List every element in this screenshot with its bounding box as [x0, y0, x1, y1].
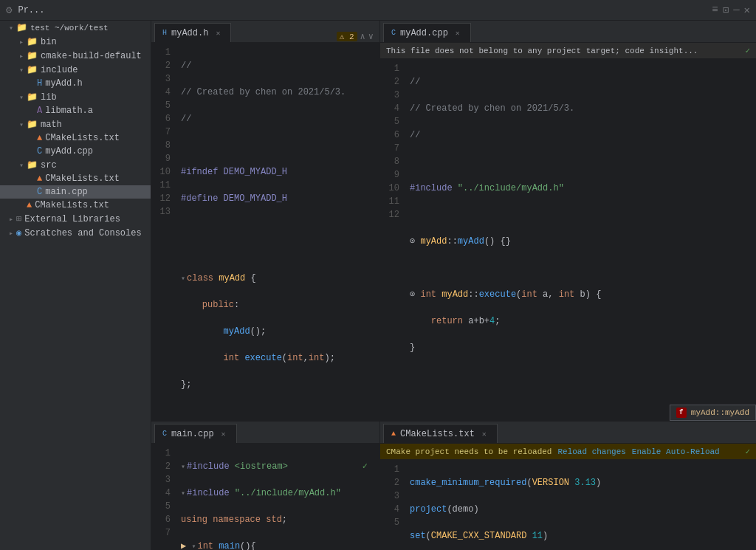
sidebar-item-myAdd-h[interactable]: H myAdd.h	[0, 77, 151, 90]
tab-file-icon-cpp: C	[391, 29, 396, 37]
chevron-down-icon: ▾	[16, 120, 27, 129]
tab-myAdd-cpp[interactable]: C myAdd.cpp ✕	[383, 23, 471, 42]
h-file-icon: H	[37, 78, 42, 89]
editor-pane-main-cpp: C main.cpp ✕ 123 4567 ▾#include <iostrea…	[151, 422, 380, 550]
notification-check: ✓	[745, 46, 750, 55]
code-lines-cmake: cmake_minimum_required(VERSION 3.13) pro…	[404, 460, 756, 550]
sidebar-item-cmake-build[interactable]: ▸ 📁 cmake-build-default	[0, 49, 151, 63]
sidebar-item-include[interactable]: ▾ 📁 include	[0, 63, 151, 77]
folder-icon: 📁	[16, 22, 27, 33]
sidebar-label-include: include	[41, 65, 78, 75]
sidebar-item-main-cpp[interactable]: C main.cpp	[0, 185, 151, 199]
notification-bar: This file does not belong to any project…	[380, 43, 756, 59]
tooltip-text: myAdd::myAdd	[691, 408, 749, 417]
folder-icon: 📁	[27, 159, 38, 171]
sidebar-label-main-cpp: main.cpp	[45, 187, 88, 197]
chevron-right-icon: ▸	[6, 229, 16, 238]
close-icon[interactable]: ✕	[744, 4, 750, 16]
code-area-myAdd-h[interactable]: 123 456 789 10111213 // // Created by ch…	[151, 43, 379, 421]
tab-cmake[interactable]: ▲ CMakeLists.txt ✕	[383, 424, 498, 443]
top-bar: ⚙ Pr... ≡ ⊡ — ✕	[0, 0, 756, 21]
app-title: Pr...	[18, 5, 44, 16]
chevron-down-icon: ▾	[16, 66, 27, 75]
sidebar-item-bin[interactable]: ▸ 📁 bin	[0, 35, 151, 49]
layout-icon[interactable]: ⊡	[723, 4, 729, 16]
editor-pane-myAdd-cpp: C myAdd.cpp ✕ This file does not belong …	[380, 21, 756, 421]
chevron-right-icon: ▸	[16, 52, 27, 61]
line-numbers-cmake: 123 45	[380, 460, 404, 550]
sidebar-label-myAdd-h: myAdd.h	[45, 78, 82, 89]
code-area-main[interactable]: 123 4567 ▾#include <iostream>✓ ▾#include…	[151, 444, 379, 550]
cmake-notification: CMake project needs to be reloaded Reloa…	[380, 444, 756, 460]
cmake-file-icon: ▲	[37, 133, 42, 143]
code-lines-myAdd-cpp: // // Created by chen on 2021/5/3. // #i…	[404, 59, 756, 421]
lib-file-icon: A	[37, 106, 42, 116]
sidebar-label-myAdd-cpp: myAdd.cpp	[45, 146, 93, 157]
main-layout: ▾ 📁 test ~/work/test ▸ 📁 bin ▸ 📁 cmake-b…	[0, 21, 756, 550]
line-numbers-cpp: 123 456 789 101112	[380, 59, 404, 421]
reload-changes-button[interactable]: Reload changes	[557, 447, 625, 456]
tab-label-main: main.cpp	[171, 429, 214, 439]
window-controls: ≡ ⊡ — ✕	[712, 4, 750, 16]
sidebar-item-math[interactable]: ▾ 📁 math	[0, 117, 151, 131]
folder-icon: 📁	[27, 119, 38, 130]
sidebar-item-root-cmake[interactable]: ▲ CMakeLists.txt	[0, 199, 151, 212]
scratch-icon: ◉	[16, 227, 21, 238]
chevron-right-icon: ▸	[6, 215, 16, 224]
close-tab-button-cpp[interactable]: ✕	[453, 28, 463, 38]
tab-bar-top-left: H myAdd.h ✕ ⚠ 2 ∧ ∨	[151, 21, 379, 43]
sidebar-item-src-cmake[interactable]: ▲ CMakeLists.txt	[0, 172, 151, 185]
sidebar-item-external[interactable]: ▸ ⊞ External Libraries	[0, 212, 151, 226]
minimize-icon[interactable]: —	[733, 4, 739, 16]
sidebar-item-lib[interactable]: ▾ 📁 lib	[0, 90, 151, 104]
sidebar-label-math: math	[41, 120, 62, 130]
sidebar-label-bin: bin	[41, 37, 57, 47]
cmake-check: ✓	[745, 447, 750, 456]
folder-icon: 📁	[27, 50, 38, 61]
nav-up-icon[interactable]: ∧	[360, 31, 365, 42]
tab-bar-cmake: ▲ CMakeLists.txt ✕	[380, 422, 756, 444]
cmake-file-icon: ▲	[27, 200, 32, 210]
nav-down-icon[interactable]: ∨	[368, 31, 374, 42]
sidebar-label-libmath: libmath.a	[45, 106, 93, 116]
sidebar-label-lib: lib	[41, 92, 57, 103]
close-tab-button[interactable]: ✕	[213, 28, 223, 38]
folder-icon: 📁	[27, 92, 38, 103]
tab-label: myAdd.h	[171, 28, 208, 38]
function-tooltip: f myAdd::myAdd	[670, 405, 756, 421]
warning-count: ⚠ 2	[337, 32, 357, 41]
code-area-cmake[interactable]: 123 45 cmake_minimum_required(VERSION 3.…	[380, 460, 756, 550]
close-tab-cmake[interactable]: ✕	[479, 429, 489, 439]
cpp-file-icon: C	[37, 187, 42, 197]
code-lines-main: ▾#include <iostream>✓ ▾#include "../incl…	[175, 444, 379, 550]
editor-pane-cmake: ▲ CMakeLists.txt ✕ CMake project needs t…	[380, 422, 756, 550]
editor-area: H myAdd.h ✕ ⚠ 2 ∧ ∨ 123 456	[151, 21, 756, 550]
sidebar-item-libmath[interactable]: A libmath.a	[0, 104, 151, 117]
sidebar-item-scratches[interactable]: ▸ ◉ Scratches and Consoles	[0, 226, 151, 240]
sidebar-item-myAdd-cpp[interactable]: C myAdd.cpp	[0, 145, 151, 158]
sidebar-label-scratches: Scratches and Consoles	[24, 228, 141, 238]
tab-myAdd-h[interactable]: H myAdd.h ✕	[154, 23, 231, 42]
sidebar-label-external: External Libraries	[24, 214, 120, 224]
editor-pane-myAdd-h: H myAdd.h ✕ ⚠ 2 ∧ ∨ 123 456	[151, 21, 380, 421]
code-area-myAdd-cpp[interactable]: 123 456 789 101112 // // Created by chen…	[380, 59, 756, 421]
sidebar-item-math-cmake[interactable]: ▲ CMakeLists.txt	[0, 131, 151, 145]
app-icon: ⚙	[6, 4, 12, 16]
sidebar-label-math-cmake: CMakeLists.txt	[45, 133, 120, 143]
enable-autoreload-button[interactable]: Enable Auto-Reload	[632, 447, 720, 456]
sidebar-label-src: src	[41, 160, 57, 171]
menu-icon[interactable]: ≡	[712, 4, 718, 16]
folder-icon: 📁	[27, 36, 38, 47]
external-lib-icon: ⊞	[16, 213, 21, 224]
tab-label-cpp: myAdd.cpp	[400, 28, 448, 38]
function-icon: f	[676, 408, 687, 418]
sidebar: ▾ 📁 test ~/work/test ▸ 📁 bin ▸ 📁 cmake-b…	[0, 21, 151, 550]
close-tab-main[interactable]: ✕	[219, 429, 229, 439]
sidebar-label-root-cmake: CMakeLists.txt	[35, 200, 109, 210]
sidebar-item-test[interactable]: ▾ 📁 test ~/work/test	[0, 21, 151, 35]
sidebar-item-src[interactable]: ▾ 📁 src	[0, 158, 151, 172]
chevron-down-icon: ▾	[16, 161, 27, 170]
tab-bar-top-right: C myAdd.cpp ✕	[380, 21, 756, 43]
cmake-notification-text: CMake project needs to be reloaded	[386, 447, 551, 456]
tab-main-cpp[interactable]: C main.cpp ✕	[154, 424, 237, 443]
